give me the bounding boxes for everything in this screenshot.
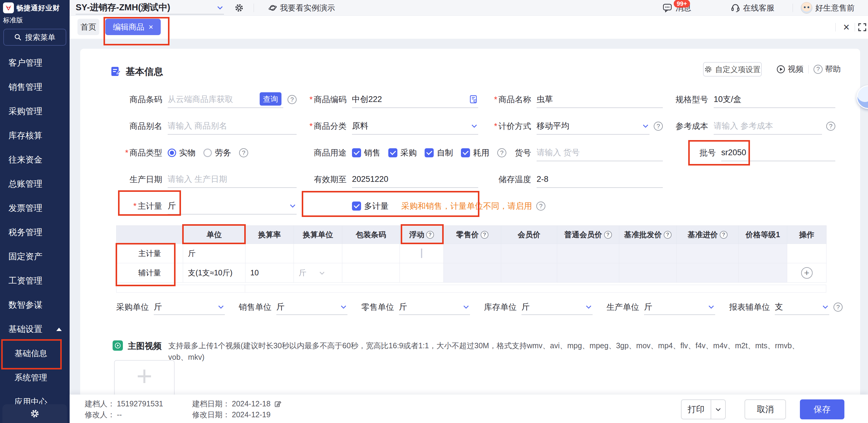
sidebar-item-analytics[interactable]: 数智参谋 (0, 293, 70, 317)
production-unit-select[interactable]: 斤 (644, 299, 715, 315)
sidebar-item-basic-info[interactable]: 基础信息 (0, 341, 70, 365)
rate-cell[interactable]: 10 (245, 263, 294, 283)
member-price-cell[interactable] (501, 263, 557, 283)
tab-edit-product[interactable]: 编辑商品 × (105, 19, 161, 35)
prod-date-input[interactable]: 请输入 生产日期 (168, 171, 297, 188)
multi-unit-help-icon[interactable]: ? (536, 201, 546, 210)
pack-barcode-cell[interactable] (342, 263, 400, 283)
sale-unit-select[interactable]: 斤 (276, 299, 347, 315)
wholesale-price-cell[interactable] (619, 244, 677, 263)
wholesale-price-cell[interactable] (619, 263, 677, 283)
barcode-input[interactable]: 从云端商品库获取 查询 (168, 91, 283, 108)
art-no-input[interactable]: 请输入 货号 (536, 144, 663, 161)
normal-member-price-cell[interactable] (557, 244, 619, 263)
sidebar-settings-button[interactable] (2, 404, 67, 423)
storage-temp-input[interactable]: 2-8 (536, 171, 663, 188)
retail-price-cell[interactable] (444, 244, 501, 263)
batch-no-input[interactable]: sr2050 (721, 144, 835, 161)
alias-input[interactable]: 请输入 商品别名 (168, 118, 297, 135)
sidebar-item-funds[interactable]: 往来资金 (0, 148, 70, 172)
price-level1-cell[interactable] (739, 263, 787, 283)
custom-fields-button[interactable]: 自定义项设置 (703, 62, 762, 76)
account-settings-button[interactable] (235, 0, 244, 16)
spec-input[interactable]: 10支/盒 (714, 91, 835, 108)
radio-service[interactable]: 劳务 (204, 148, 231, 158)
report-aux-unit-select[interactable]: 支 (775, 299, 829, 315)
barcode-help-icon[interactable]: ? (287, 95, 297, 104)
category-select[interactable]: 原料 (352, 118, 478, 135)
retail-price-cell[interactable] (444, 263, 501, 283)
close-page-icon[interactable]: × (843, 16, 849, 39)
float-cell[interactable] (400, 263, 444, 283)
type-help-icon[interactable]: ? (239, 148, 248, 157)
code-rule-icon[interactable] (469, 95, 478, 104)
print-dropdown-button[interactable] (711, 400, 725, 419)
messages-button[interactable]: 99+ 消息 (663, 0, 691, 16)
report-aux-help-icon[interactable]: ? (834, 302, 843, 312)
price-level1-cell[interactable] (739, 244, 787, 263)
retail-unit-select[interactable]: 斤 (399, 299, 470, 315)
radio-physical[interactable]: 实物 (168, 148, 195, 158)
presale-assistant[interactable]: 好生意售前 (801, 0, 855, 16)
account-selector[interactable]: SY-进销存-ZMH(测试中) (76, 1, 224, 14)
sidebar-item-invoice[interactable]: 发票管理 (0, 196, 70, 220)
sidebar-item-system-mgmt[interactable]: 系统管理 (0, 365, 70, 390)
float-help-icon[interactable]: ? (426, 231, 434, 239)
product-code-input[interactable]: 中创222 (352, 91, 478, 108)
planet-icon (269, 4, 277, 12)
tab-home[interactable]: 首页 (78, 19, 99, 35)
stock-unit-field: 库存单位 斤 (484, 299, 593, 315)
base-purchase-price-cell[interactable] (677, 263, 739, 283)
convert-unit-cell[interactable]: 斤 (294, 263, 342, 283)
sidebar-item-ledger[interactable]: 总账管理 (0, 172, 70, 196)
print-button[interactable]: 打印 (682, 404, 711, 415)
add-unit-row-icon[interactable]: + (801, 267, 813, 279)
cancel-button[interactable]: 取消 (745, 399, 786, 419)
pricing-help-icon[interactable]: ? (654, 122, 663, 131)
query-button[interactable]: 查询 (260, 92, 281, 106)
sidebar-item-customers[interactable]: 客户管理 (0, 51, 70, 75)
sidebar-item-sales[interactable]: 销售管理 (0, 75, 70, 99)
menu-search-input[interactable]: 搜索菜单 (3, 29, 66, 46)
sidebar-item-purchase[interactable]: 采购管理 (0, 99, 70, 124)
checkbox-sale[interactable]: 销售 (352, 148, 380, 158)
unit-cell[interactable]: 支(1支≈10斤) (183, 263, 245, 283)
purchase-unit-select[interactable]: 斤 (154, 299, 225, 315)
field-label: 销售单位 (239, 302, 272, 313)
help-link[interactable]: ? 帮助 (813, 64, 841, 74)
pricing-select[interactable]: 移动平均 (536, 118, 650, 135)
chevron-down-icon (642, 122, 650, 130)
sidebar-item-payroll[interactable]: 工资管理 (0, 269, 70, 293)
sidebar-item-tax[interactable]: 税务管理 (0, 220, 70, 245)
video-link[interactable]: 视频 (776, 64, 804, 74)
checkbox-purchase[interactable]: 采购 (388, 148, 417, 158)
base-purchase-price-cell[interactable] (677, 244, 739, 263)
online-service-button[interactable]: 在线客服 (731, 0, 774, 16)
sidebar-item-basic-settings[interactable]: 基础设置 (0, 317, 70, 341)
unit-cell[interactable]: 斤 (183, 244, 245, 263)
sidebar-item-inventory[interactable]: 库存核算 (0, 124, 70, 148)
sidebar-item-assets[interactable]: 固定资产 (0, 245, 70, 269)
demo-link[interactable]: 我要看实例演示 (269, 0, 335, 16)
wholesale-help-icon[interactable]: ? (664, 231, 672, 239)
edit-icon[interactable] (274, 400, 281, 408)
retail-help-icon[interactable]: ? (480, 231, 489, 239)
ref-cost-input[interactable]: 请输入 参考成本 (714, 118, 822, 135)
ref-cost-help-icon[interactable]: ? (826, 122, 835, 131)
tab-close-icon[interactable]: × (149, 23, 153, 31)
stock-unit-select[interactable]: 斤 (522, 299, 593, 315)
table-scroll-strip[interactable] (116, 285, 826, 293)
member-price-cell[interactable] (501, 244, 557, 263)
checkbox-consume[interactable]: 耗用 (461, 148, 489, 158)
save-button[interactable]: 保存 (800, 399, 844, 419)
multi-unit-checkbox[interactable]: 多计量 (352, 201, 389, 212)
fullscreen-icon[interactable] (858, 16, 866, 39)
main-unit-select[interactable]: 斤 (168, 198, 297, 215)
pack-barcode-cell[interactable] (342, 244, 400, 263)
expiry-input[interactable]: 20251220 (352, 171, 478, 188)
normal-member-price-cell[interactable] (557, 263, 619, 283)
checkbox-selfmade[interactable]: 自制 (425, 148, 453, 158)
product-name-input[interactable]: 虫草 (536, 91, 663, 108)
purchase-price-help-icon[interactable]: ? (720, 231, 727, 239)
member-help-icon[interactable]: ? (604, 231, 612, 239)
